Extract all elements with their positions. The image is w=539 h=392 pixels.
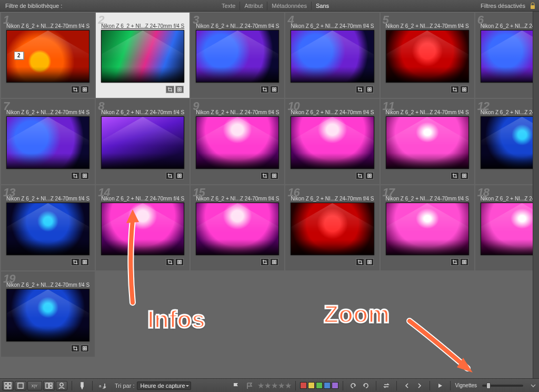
color-labels: [300, 382, 338, 389]
thumbnail-image[interactable]: [6, 203, 89, 255]
thumbnail-image[interactable]: [481, 30, 533, 83]
develop-badge-icon: [460, 172, 468, 179]
thumbnail-image[interactable]: [196, 116, 279, 169]
svg-rect-49: [81, 383, 83, 386]
thumbnail-cell[interactable]: 9 Nikon Z 6_2 + NI...Z 24-70mm f/4 S: [191, 99, 284, 184]
thumbnail-cell[interactable]: 15 Nikon Z 6_2 + NI...Z 24-70mm f/4 S: [191, 185, 284, 270]
thumbnail-cell[interactable]: 1 Nikon Z 6_2 + NI...Z 24-70mm f/4 S 2: [1, 13, 95, 98]
view-compare-button[interactable]: X|Y: [27, 381, 42, 390]
thumbnail-cell[interactable]: 12 Nikon Z 6_2 + NI...Z 24-70mm f/4 S: [475, 99, 533, 184]
thumbnail-image[interactable]: [291, 30, 374, 83]
flag-pick-button[interactable]: [230, 381, 242, 390]
crop-badge-icon: [71, 258, 79, 266]
label-green[interactable]: [316, 382, 323, 389]
view-people-button[interactable]: [56, 381, 67, 390]
thumbnail-image[interactable]: [101, 30, 184, 83]
slideshow-button[interactable]: [434, 381, 446, 390]
thumbnail-image[interactable]: [6, 289, 89, 341]
view-loupe-button[interactable]: [15, 381, 26, 390]
thumbnail-image[interactable]: [386, 203, 469, 255]
thumbnail-caption: Nikon Z 6_2 + NI...Z 24-70mm f/4 S: [285, 196, 379, 203]
flag-reject-button[interactable]: [244, 381, 255, 390]
thumbnail-cell[interactable]: 7 Nikon Z 6_2 + NI...Z 24-70mm f/4 S: [1, 99, 95, 184]
svg-rect-46: [49, 383, 52, 385]
nav-next-button[interactable]: [414, 381, 425, 390]
thumbnail-image[interactable]: [291, 116, 374, 169]
rating-stars[interactable]: ★★★★★: [257, 381, 291, 390]
thumbnail-cell[interactable]: 2 Nikon Z 6_2 + NI...Z 24-70mm f/4 S: [96, 13, 189, 98]
thumbnail-cell[interactable]: 8 Nikon Z 6_2 + NI...Z 24-70mm f/4 S: [96, 99, 189, 184]
label-blue[interactable]: [324, 382, 331, 389]
develop-badge-icon: [81, 258, 89, 266]
thumbnail-image[interactable]: [481, 116, 533, 169]
develop-badge-icon: [460, 86, 468, 93]
thumbnail-image[interactable]: [196, 203, 279, 255]
filter-tab-metadata[interactable]: Métadonnées: [267, 2, 311, 10]
thumbnail-size-slider[interactable]: [482, 385, 523, 387]
thumbnail-cell[interactable]: 11 Nikon Z 6_2 + NI...Z 24-70mm f/4 S: [381, 99, 474, 184]
develop-badge-icon: [81, 345, 89, 352]
svg-rect-43: [18, 383, 23, 388]
filter-tab-attribute[interactable]: Attribut: [239, 2, 267, 10]
thumbnail-cell[interactable]: 3 Nikon Z 6_2 + NI...Z 24-70mm f/4 S: [191, 13, 284, 98]
crop-badge-icon: [71, 86, 79, 93]
crop-badge-icon: [451, 86, 459, 93]
thumbnail-image[interactable]: 2: [6, 30, 89, 83]
rotate-ccw-button[interactable]: [347, 381, 359, 390]
nav-prev-button[interactable]: [401, 381, 413, 390]
sort-direction-button[interactable]: az: [97, 381, 108, 390]
thumbnail-caption: Nikon Z 6_2 + NI...Z 24-70mm f/4 S: [191, 109, 284, 116]
thumbnail-cell[interactable]: 17 Nikon Z 6_2 + NI...Z 24-70mm f/4 S: [381, 185, 474, 270]
crop-badge-icon: [261, 86, 269, 93]
thumbnail-image[interactable]: [291, 203, 374, 255]
thumbnail-cell[interactable]: 5 Nikon Z 6_2 + NI...Z 24-70mm f/4 S: [381, 13, 474, 98]
scrollbar[interactable]: [533, 12, 539, 378]
stack-count[interactable]: 2: [14, 52, 24, 59]
sync-button[interactable]: [381, 381, 392, 390]
thumbnail-image[interactable]: [101, 203, 184, 255]
view-survey-button[interactable]: [43, 381, 55, 390]
thumbnail-cell[interactable]: 19 Nikon Z 6_2 + NI...Z 24-70mm f/4 S: [1, 272, 95, 357]
thumbnail-caption: Nikon Z 6_2 + NI...Z 24-70mm f/4 S: [96, 109, 189, 116]
thumbnail-cell[interactable]: 6 Nikon Z 6_2 + NI...Z 24-70mm f/4 S: [475, 13, 533, 98]
view-grid-button[interactable]: [2, 381, 14, 390]
thumbnail-image[interactable]: [481, 203, 533, 255]
toolbar-disclosure-icon[interactable]: [530, 383, 537, 388]
thumbnail-caption: Nikon Z 6_2 + NI...Z 24-70mm f/4 S: [191, 23, 284, 30]
label-yellow[interactable]: [308, 382, 315, 389]
thumbnail-caption: Nikon Z 6_2 + NI...Z 24-70mm f/4 S: [285, 23, 379, 30]
label-purple[interactable]: [332, 382, 338, 389]
thumbnail-cell[interactable]: 13 Nikon Z 6_2 + NI...Z 24-70mm f/4 S: [1, 185, 95, 270]
thumbnail-cell[interactable]: 18 Nikon Z 6_2 + NI...Z 24-70mm f/4 S: [475, 185, 533, 270]
thumbnail-grid[interactable]: 1 Nikon Z 6_2 + NI...Z 24-70mm f/4 S 2 2…: [0, 12, 533, 378]
thumbnail-caption: Nikon Z 6_2 + NI...Z 24-70mm f/4 S: [475, 23, 533, 30]
filters-status[interactable]: Filtres désactivés: [481, 3, 525, 9]
thumbnail-caption: Nikon Z 6_2 + NI...Z 24-70mm f/4 S: [1, 196, 95, 203]
sort-dropdown[interactable]: Heure de capture: [137, 381, 191, 390]
thumbnail-image[interactable]: [101, 116, 184, 169]
filter-tab-text[interactable]: Texte: [217, 2, 239, 10]
thumbnail-cell[interactable]: 4 Nikon Z 6_2 + NI...Z 24-70mm f/4 S: [285, 13, 379, 98]
thumbnail-cell[interactable]: 14 Nikon Z 6_2 + NI...Z 24-70mm f/4 S: [96, 185, 189, 270]
thumbnail-caption: Nikon Z 6_2 + NI...Z 24-70mm f/4 S: [381, 109, 474, 116]
thumbnail-cell[interactable]: 10 Nikon Z 6_2 + NI...Z 24-70mm f/4 S: [285, 99, 379, 184]
painter-tool-button[interactable]: [76, 381, 88, 390]
crop-badge-icon: [451, 172, 459, 179]
rotate-cw-button[interactable]: [360, 381, 372, 390]
thumbnail-image[interactable]: [386, 116, 469, 169]
thumbnail-caption: Nikon Z 6_2 + NI...Z 24-70mm f/4 S: [381, 196, 474, 203]
thumbnail-caption: Nikon Z 6_2 + NI...Z 24-70mm f/4 S: [285, 109, 379, 116]
label-red[interactable]: [300, 382, 307, 389]
develop-badge-icon: [81, 86, 89, 93]
svg-text:X|Y: X|Y: [32, 384, 37, 388]
develop-badge-icon: [175, 86, 184, 93]
thumbnail-image[interactable]: [196, 30, 279, 83]
thumbnail-caption: Nikon Z 6_2 + NI...Z 24-70mm f/4 S: [1, 109, 95, 116]
crop-badge-icon: [261, 172, 269, 179]
lock-icon[interactable]: [530, 2, 536, 9]
thumbnail-image[interactable]: [6, 116, 89, 169]
svg-rect-47: [49, 386, 52, 388]
filter-tab-none[interactable]: Sans: [311, 2, 333, 10]
thumbnail-cell[interactable]: 16 Nikon Z 6_2 + NI...Z 24-70mm f/4 S: [285, 185, 379, 270]
thumbnail-image[interactable]: [386, 30, 469, 83]
